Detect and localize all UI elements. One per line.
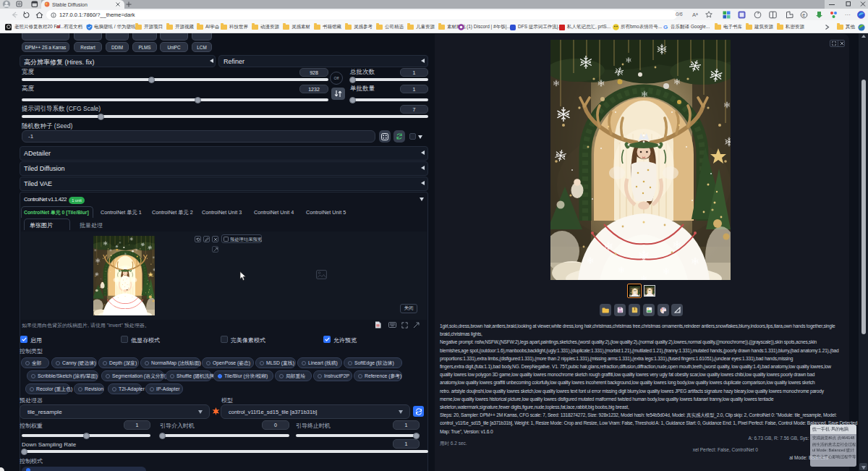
svg-text:e: e bbox=[802, 12, 805, 17]
